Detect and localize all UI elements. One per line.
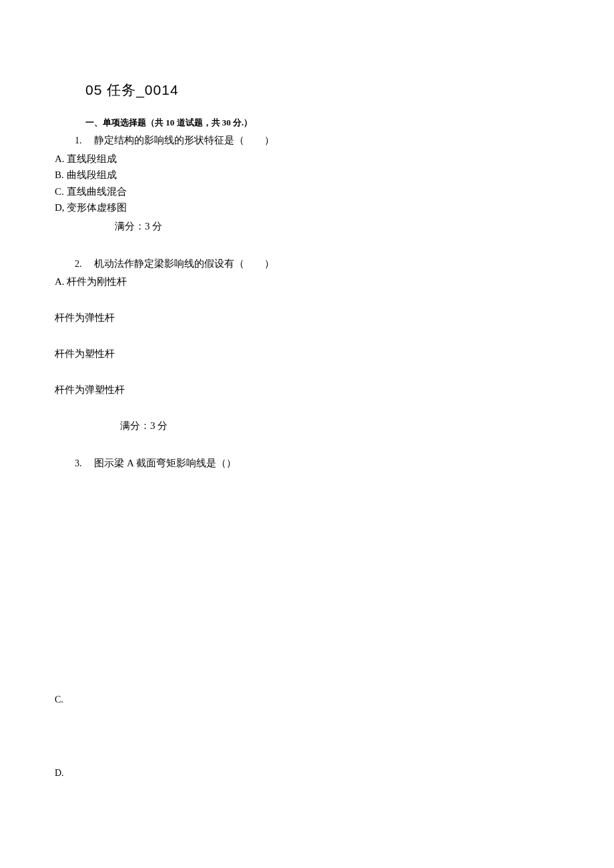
option-d: D, 变形体虚移图 xyxy=(55,200,559,215)
section-header: 一、单项选择题（共 10 道试题，共 30 分.） xyxy=(85,116,559,130)
option-c: C. xyxy=(55,693,559,707)
question-text: 机动法作静定梁影响线的假设有（ ） xyxy=(94,258,274,269)
option-a: A. 直线段组成 xyxy=(55,151,559,167)
option-d: D. xyxy=(55,766,559,781)
question-3: 3. 图示梁 A 截面弯矩影响线是（） xyxy=(75,455,559,471)
option-c: C. 直线曲线混合 xyxy=(55,184,559,199)
question-2: 2. 机动法作静定梁影响线的假设有（ ） xyxy=(75,256,559,272)
question-number: 3. xyxy=(75,456,82,471)
score-line: 满分：3 分 xyxy=(115,218,559,234)
page-title: 05 任务_0014 xyxy=(85,79,559,101)
score-line: 满分：3 分 xyxy=(120,418,559,434)
question-text: 静定结构的影响线的形状特征是（ ） xyxy=(94,135,274,145)
option-d: 杆件为弹塑性杆 xyxy=(55,382,559,398)
option-b: B. 曲线段组成 xyxy=(55,167,559,183)
question-number: 1. xyxy=(75,133,82,148)
question-1: 1. 静定结构的影响线的形状特征是（ ） xyxy=(75,132,559,148)
document-body: 05 任务_0014 一、单项选择题（共 10 道试题，共 30 分.） 1. … xyxy=(0,0,614,781)
question-text: 图示梁 A 截面弯矩影响线是（） xyxy=(94,458,236,468)
figure-placeholder xyxy=(55,474,559,634)
option-a: A. 杆件为刚性杆 xyxy=(55,274,559,290)
option-c: 杆件为塑性杆 xyxy=(55,346,559,362)
question-number: 2. xyxy=(75,257,82,272)
option-b: 杆件为弹性杆 xyxy=(55,310,559,326)
